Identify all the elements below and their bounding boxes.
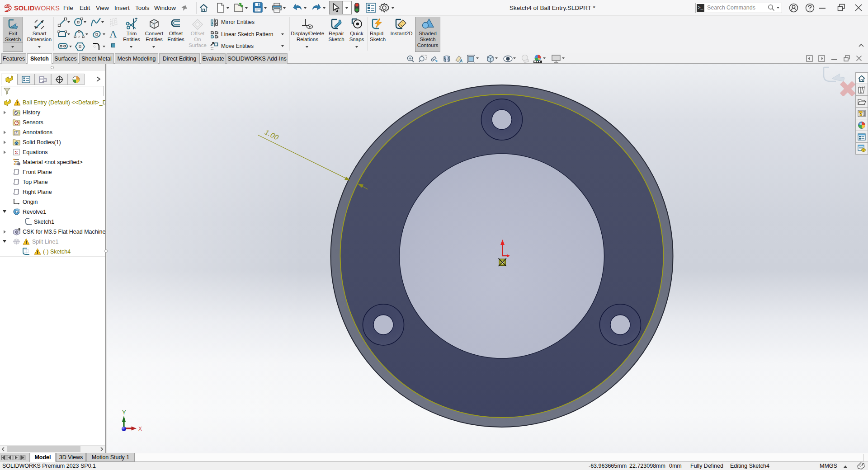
svg-text:1.00: 1.00 [264, 128, 280, 141]
svg-text:Σ: Σ [15, 150, 18, 155]
svg-text:X: X [138, 426, 142, 432]
svg-text:A: A [459, 58, 463, 63]
svg-text:Y: Y [122, 409, 126, 416]
svg-text:A: A [15, 131, 18, 135]
